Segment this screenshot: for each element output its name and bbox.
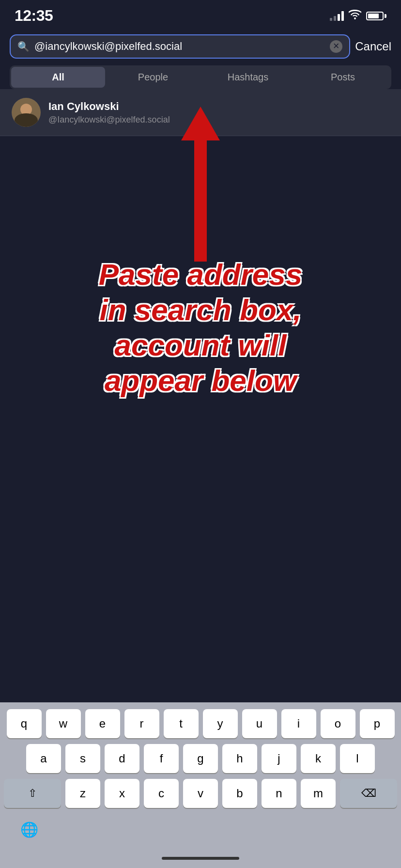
filter-tabs: All People Hashtags Posts — [10, 65, 391, 89]
key-q[interactable]: q — [7, 709, 42, 738]
result-name: Ian Cylkowski — [48, 100, 389, 113]
result-handle: @Iancylkowski@pixelfed.social — [48, 115, 389, 125]
key-s[interactable]: s — [65, 744, 100, 773]
search-results: Ian Cylkowski @Iancylkowski@pixelfed.soc… — [0, 89, 401, 136]
key-c[interactable]: c — [144, 779, 179, 808]
instruction-line2: in search box, — [19, 292, 382, 327]
cancel-button[interactable]: Cancel — [355, 38, 391, 55]
delete-key[interactable]: ⌫ — [340, 779, 397, 808]
instruction-line3: account will — [19, 327, 382, 363]
key-r[interactable]: r — [124, 709, 159, 738]
key-g[interactable]: g — [183, 744, 218, 773]
instruction-text: Paste address in search box, account wil… — [0, 257, 401, 399]
search-bar: 🔍 @iancylkowski@pixelfed.social Cancel — [10, 34, 391, 59]
keyboard-row-1: q w e r t y u i o p — [4, 709, 397, 738]
search-area: 🔍 @iancylkowski@pixelfed.social Cancel — [0, 30, 401, 59]
battery-icon — [366, 12, 386, 20]
search-input[interactable]: @iancylkowski@pixelfed.social — [34, 40, 325, 53]
key-t[interactable]: t — [164, 709, 199, 738]
tab-people[interactable]: People — [106, 67, 200, 88]
key-x[interactable]: x — [105, 779, 139, 808]
search-magnifier-icon: 🔍 — [17, 41, 30, 52]
key-a[interactable]: a — [26, 744, 61, 773]
key-l[interactable]: l — [340, 744, 375, 773]
key-z[interactable]: z — [65, 779, 100, 808]
status-icons — [330, 10, 386, 22]
key-j[interactable]: j — [262, 744, 296, 773]
shift-key[interactable]: ⇧ — [4, 779, 61, 808]
wifi-icon — [349, 10, 361, 22]
keyboard-globe-row: 🌐 — [0, 810, 401, 849]
instruction-line1: Paste address — [19, 257, 382, 292]
key-d[interactable]: d — [105, 744, 139, 773]
avatar — [12, 98, 41, 127]
result-info: Ian Cylkowski @Iancylkowski@pixelfed.soc… — [48, 100, 389, 125]
keyboard-row-2: a s d f g h j k l — [4, 744, 397, 773]
key-f[interactable]: f — [144, 744, 179, 773]
keyboard-row-3: ⇧ z x c v b n m ⌫ — [4, 779, 397, 808]
home-indicator — [162, 857, 239, 860]
key-o[interactable]: o — [321, 709, 355, 738]
key-w[interactable]: w — [46, 709, 81, 738]
signal-icon — [330, 11, 344, 21]
search-clear-button[interactable] — [330, 40, 342, 53]
result-item[interactable]: Ian Cylkowski @Iancylkowski@pixelfed.soc… — [0, 89, 401, 136]
instruction-line4: appear below — [19, 363, 382, 398]
key-m[interactable]: m — [301, 779, 336, 808]
key-h[interactable]: h — [222, 744, 257, 773]
bottom-bar — [0, 849, 401, 868]
key-k[interactable]: k — [301, 744, 336, 773]
key-y[interactable]: y — [203, 709, 238, 738]
globe-key[interactable]: 🌐 — [10, 815, 48, 844]
key-v[interactable]: v — [183, 779, 218, 808]
key-n[interactable]: n — [262, 779, 296, 808]
key-i[interactable]: i — [281, 709, 316, 738]
search-input-container[interactable]: 🔍 @iancylkowski@pixelfed.social — [10, 34, 350, 59]
key-b[interactable]: b — [222, 779, 257, 808]
status-time: 12:35 — [15, 7, 53, 25]
status-bar: 12:35 — [0, 0, 401, 30]
key-e[interactable]: e — [85, 709, 120, 738]
key-u[interactable]: u — [242, 709, 277, 738]
arrow-shaft — [194, 138, 207, 262]
key-p[interactable]: p — [360, 709, 395, 738]
tab-posts[interactable]: Posts — [296, 67, 390, 88]
tab-all[interactable]: All — [11, 67, 105, 88]
annotation-overlay: Paste address in search box, account wil… — [0, 107, 401, 397]
tab-hashtags[interactable]: Hashtags — [201, 67, 295, 88]
